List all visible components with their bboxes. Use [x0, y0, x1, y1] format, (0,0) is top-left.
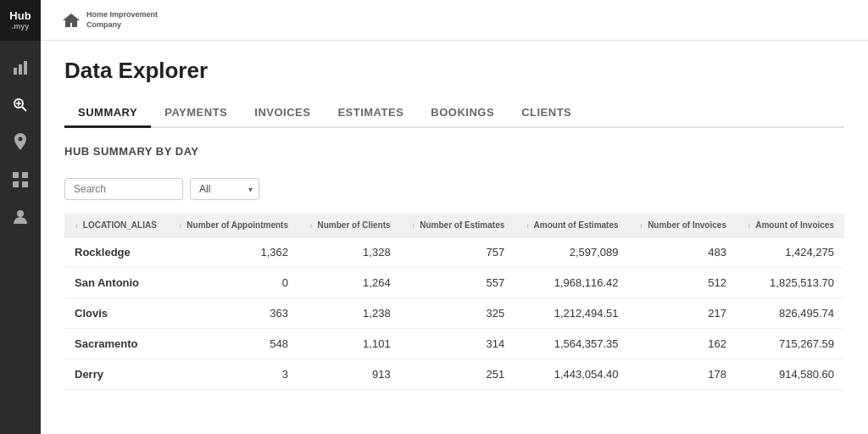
svg-point-11: [17, 210, 24, 217]
svg-rect-2: [24, 61, 27, 75]
cell-appointments: 548: [168, 329, 298, 359]
cell-estimates-num: 314: [401, 329, 515, 359]
cell-appointments: 363: [168, 298, 298, 329]
svg-rect-7: [13, 172, 19, 178]
svg-rect-0: [14, 68, 17, 75]
cell-appointments: 0: [168, 268, 298, 298]
tab-clients[interactable]: CLIENTS: [508, 99, 585, 128]
cell-location: Rockledge: [64, 237, 168, 268]
cell-amount-invoices: 826,495.74: [737, 298, 844, 329]
col-invoices-num[interactable]: ↕ Number of Invoices: [629, 214, 737, 237]
topbar: Home Improvement Company: [41, 0, 868, 41]
tab-invoices[interactable]: INVOICES: [241, 99, 324, 128]
col-amount-invoices[interactable]: ↕ Amount of Invoices: [737, 214, 844, 237]
table-row: San Antonio 0 1,264 557 1,968,116.42 512…: [64, 268, 844, 298]
cell-amount-estimates: 1,443,054.40: [515, 359, 628, 390]
tab-payments[interactable]: PAYMENTS: [151, 99, 241, 128]
sidebar-logo-myy: .myy: [12, 22, 30, 31]
page-title: Data Explorer: [64, 58, 844, 84]
cell-estimates-num: 757: [401, 237, 515, 268]
cell-amount-estimates: 1,968,116.42: [515, 268, 628, 298]
cell-amount-invoices: 1,424,275: [737, 237, 844, 268]
cell-amount-invoices: 715,267.59: [737, 329, 844, 359]
col-estimates-num[interactable]: ↕ Number of Estimates: [401, 214, 515, 237]
cell-location: Sacramento: [64, 329, 168, 359]
cell-invoices-num: 483: [629, 237, 737, 268]
content-area: Data Explorer SUMMARY PAYMENTS INVOICES …: [41, 41, 868, 407]
filter-select[interactable]: All Active Inactive: [190, 178, 259, 200]
data-explorer-icon[interactable]: [0, 86, 41, 124]
cell-invoices-num: 162: [629, 329, 737, 359]
cell-location: San Antonio: [64, 268, 168, 298]
sort-arrows-location: ↕: [75, 222, 78, 230]
cell-estimates-num: 325: [401, 298, 515, 329]
sidebar-logo: Hub .myy: [0, 0, 41, 41]
table-body: Rockledge 1,362 1,328 757 2,597,089 483 …: [64, 237, 844, 390]
cell-amount-estimates: 1,564,357.35: [515, 329, 628, 359]
filter-select-wrapper: All Active Inactive: [190, 178, 259, 200]
tab-summary[interactable]: SUMMARY: [64, 99, 151, 128]
cell-location: Clovis: [64, 298, 168, 329]
cell-clients: 1,238: [298, 298, 401, 329]
cell-invoices-num: 178: [629, 359, 737, 390]
cell-estimates-num: 557: [401, 268, 515, 298]
col-clients[interactable]: ↕ Number of Clients: [298, 214, 401, 237]
sort-arrows-clients: ↕: [309, 222, 313, 230]
tab-estimates[interactable]: ESTIMATES: [324, 99, 417, 128]
sort-arrows-amount-estimates: ↕: [526, 222, 529, 230]
company-name-line2: Company: [86, 20, 121, 29]
col-amount-estimates[interactable]: ↕ Amount of Estimates: [515, 214, 628, 237]
cell-clients: 1,101: [298, 329, 401, 359]
svg-rect-8: [22, 172, 28, 178]
search-input[interactable]: [64, 178, 183, 200]
sort-arrows-appointments: ↕: [179, 222, 182, 230]
chart-icon[interactable]: [0, 49, 41, 86]
col-appointments[interactable]: ↕ Number of Appointments: [168, 214, 298, 237]
company-name: Home Improvement Company: [86, 10, 158, 30]
cell-location: Derry: [64, 359, 168, 390]
svg-line-4: [22, 107, 26, 111]
table-row: Derry 3 913 251 1,443,054.40 178 914,580…: [64, 359, 844, 390]
company-logo: Home Improvement Company: [61, 10, 158, 30]
table-row: Clovis 363 1,238 325 1,212,494.51 217 82…: [64, 298, 844, 329]
cell-amount-invoices: 1,825,513.70: [737, 268, 844, 298]
cell-amount-estimates: 1,212,494.51: [515, 298, 628, 329]
main-content: Home Improvement Company Data Explorer S…: [41, 0, 868, 434]
data-table: ↕ LOCATION_ALIAS ↕ Number of Appointment…: [64, 214, 844, 390]
sort-arrows-invoices-num: ↕: [639, 222, 643, 230]
cell-appointments: 3: [168, 359, 298, 390]
cell-clients: 1,264: [298, 268, 401, 298]
search-bar: All Active Inactive: [64, 178, 844, 200]
svg-rect-1: [19, 64, 22, 75]
tab-bookings[interactable]: BOOKINGS: [417, 99, 508, 128]
section-heading: HUB SUMMARY BY DAY: [64, 145, 844, 158]
tab-bar: SUMMARY PAYMENTS INVOICES ESTIMATES BOOK…: [64, 99, 844, 128]
table-header: ↕ LOCATION_ALIAS ↕ Number of Appointment…: [64, 214, 844, 237]
cell-amount-estimates: 2,597,089: [515, 237, 628, 268]
grid-icon[interactable]: [0, 161, 41, 198]
col-location[interactable]: ↕ LOCATION_ALIAS: [64, 214, 168, 237]
company-name-line1: Home Improvement: [86, 10, 158, 19]
svg-rect-10: [22, 181, 28, 187]
sort-arrows-amount-invoices: ↕: [748, 222, 751, 230]
location-icon[interactable]: [0, 124, 41, 161]
cell-clients: 1,328: [298, 237, 401, 268]
cell-invoices-num: 512: [629, 268, 737, 298]
table-row: Sacramento 548 1,101 314 1,564,357.35 16…: [64, 329, 844, 359]
cell-invoices-num: 217: [629, 298, 737, 329]
user-icon[interactable]: [0, 198, 41, 236]
sort-arrows-estimates-num: ↕: [411, 222, 415, 230]
sidebar-logo-hub: Hub: [9, 9, 31, 23]
cell-clients: 913: [298, 359, 401, 390]
cell-amount-invoices: 914,580.60: [737, 359, 844, 390]
house-icon: [61, 12, 81, 29]
cell-appointments: 1,362: [168, 237, 298, 268]
sidebar: Hub .myy: [0, 0, 41, 434]
svg-rect-9: [13, 181, 19, 187]
table-row: Rockledge 1,362 1,328 757 2,597,089 483 …: [64, 237, 844, 268]
cell-estimates-num: 251: [401, 359, 515, 390]
